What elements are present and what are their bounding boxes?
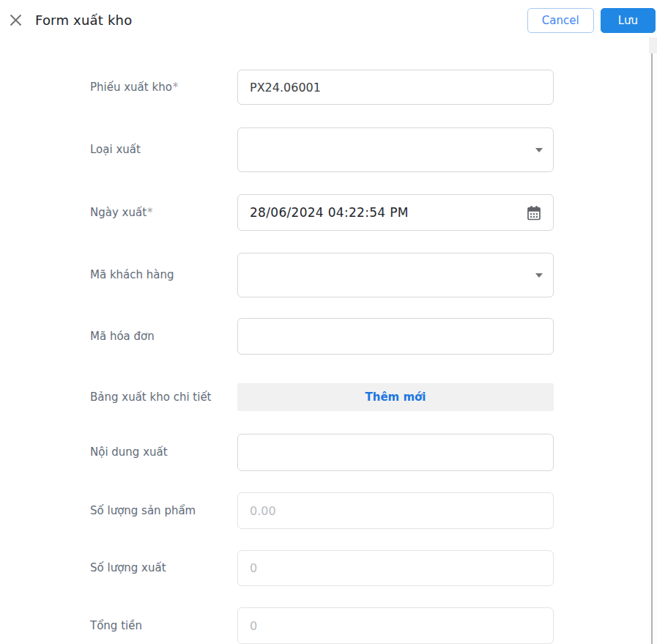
field-label: Ngày xuất* [0,205,237,220]
field-label: Bảng xuất kho chi tiết [0,390,237,404]
phieu-xuat-kho-input[interactable] [237,70,554,105]
so-luong-san-pham-input[interactable] [237,492,554,529]
field-row-ma-khach-hang: Mã khách hàng [0,253,657,297]
chevron-down-icon [535,148,543,152]
close-icon [9,13,23,27]
field-label: Số lượng xuất [0,560,237,575]
save-button[interactable]: Lưu [601,8,656,33]
field-label: Số lượng sản phẩm [0,503,237,518]
field-row-noi-dung-xuat: Nội dung xuất [0,434,657,471]
calendar-icon [527,205,541,221]
field-label: Tổng tiền [0,618,237,633]
field-row-ngay-xuat: Ngày xuất* 28/06/2024 04:22:54 PM [0,194,657,231]
close-button[interactable] [6,11,25,30]
header-actions: Cancel Lưu [527,8,656,33]
loai-xuat-select[interactable] [237,127,554,172]
field-row-phieu-xuat-kho: Phiếu xuất kho* [0,70,657,105]
field-row-loai-xuat: Loại xuất [0,127,657,172]
field-label: Phiếu xuất kho* [0,80,237,95]
export-warehouse-form: Phiếu xuất kho* Loại xuất Ngày xuất* 28/… [0,40,657,644]
tong-tien-input[interactable] [237,607,554,644]
add-new-button[interactable]: Thêm mới [237,383,554,411]
scrollbar-track-line [651,53,653,644]
field-label: Nội dung xuất [0,445,237,459]
ma-khach-hang-select[interactable] [237,253,554,297]
field-label: Mã hóa đơn [0,329,237,344]
required-marker: * [147,206,153,219]
calendar-picker-button[interactable] [527,205,541,221]
scrollbar-thumb[interactable] [649,37,657,53]
dialog-header: Form xuất kho Cancel Lưu [0,0,657,40]
chevron-down-icon [535,273,543,278]
field-row-tong-tien: Tổng tiền [0,607,657,644]
cancel-button[interactable]: Cancel [527,8,594,33]
field-label: Loại xuất [0,142,237,157]
field-row-so-luong-san-pham: Số lượng sản phẩm [0,492,657,529]
ma-hoa-don-input[interactable] [237,318,554,355]
ngay-xuat-input[interactable]: 28/06/2024 04:22:54 PM [237,194,554,231]
noi-dung-xuat-input[interactable] [237,434,554,471]
field-row-so-luong-xuat: Số lượng xuất [0,550,657,586]
required-marker: * [173,81,179,94]
page-title: Form xuất kho [35,12,132,28]
datetime-value: 28/06/2024 04:22:54 PM [250,205,409,220]
field-row-ma-hoa-don: Mã hóa đơn [0,318,657,355]
field-row-bang-xuat-kho-chi-tiet: Bảng xuất kho chi tiết Thêm mới [0,383,657,411]
scrollbar-track [649,37,657,644]
so-luong-xuat-input[interactable] [237,550,554,586]
field-label: Mã khách hàng [0,267,237,282]
